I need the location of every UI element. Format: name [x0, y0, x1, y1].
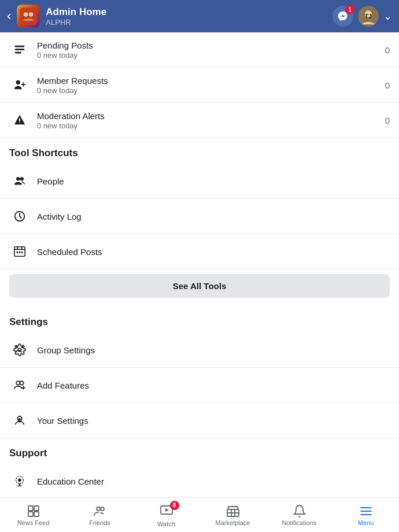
education-center-text: Education Center: [37, 476, 390, 486]
people-title: People: [37, 176, 390, 186]
group-settings-text: Group Settings: [37, 345, 390, 355]
tool-shortcuts-section: Tool Shortcuts People: [0, 138, 399, 307]
nav-friends-label: Friends: [89, 519, 110, 526]
svg-point-2: [29, 12, 34, 17]
education-center-icon: [9, 471, 30, 492]
your-settings-text: Your Settings: [37, 416, 390, 426]
activity-section: Pending Posts 0 new today 0 Member Reque…: [0, 32, 399, 138]
group-settings-title: Group Settings: [37, 345, 390, 355]
education-center-title: Education Center: [37, 476, 390, 486]
nav-notifications[interactable]: Notifications: [266, 501, 332, 530]
svg-point-34: [97, 507, 100, 511]
svg-text:TJ: TJ: [365, 13, 372, 20]
scheduled-posts-icon: [9, 241, 30, 262]
scheduled-posts-item[interactable]: Scheduled Posts: [0, 234, 399, 269]
svg-point-22: [20, 381, 23, 385]
activity-log-item[interactable]: Activity Log: [0, 199, 399, 234]
support-header: Support: [0, 438, 399, 464]
see-all-tools-button[interactable]: See All Tools: [9, 274, 390, 298]
your-settings-title: Your Settings: [37, 416, 390, 426]
watch-badge: 8: [170, 501, 179, 510]
svg-point-11: [16, 177, 20, 180]
moderation-alerts-count: 0: [385, 116, 390, 125]
header-title: Admin Home: [46, 6, 332, 18]
svg-rect-33: [34, 512, 39, 516]
moderation-alerts-title: Moderation Alerts: [37, 111, 385, 121]
your-settings-icon: [9, 410, 30, 431]
pending-posts-subtitle: 0 new today: [37, 51, 385, 60]
svg-point-19: [16, 346, 19, 349]
activity-log-title: Activity Log: [37, 212, 390, 221]
svg-point-21: [16, 381, 20, 385]
nav-watch[interactable]: 8 Watch: [133, 500, 200, 531]
member-requests-title: Member Requests: [37, 76, 385, 86]
svg-rect-0: [20, 8, 37, 25]
svg-rect-16: [19, 252, 21, 253]
back-button[interactable]: ‹: [7, 9, 11, 24]
member-requests-item[interactable]: Member Requests 0 new today 0: [0, 68, 399, 103]
moderation-alerts-icon: [9, 110, 30, 131]
group-settings-item[interactable]: Group Settings: [0, 332, 399, 368]
activity-log-text: Activity Log: [37, 212, 390, 221]
svg-rect-32: [28, 512, 33, 516]
nav-news-feed-label: News Feed: [17, 519, 50, 526]
nav-news-feed[interactable]: News Feed: [0, 501, 66, 530]
people-item[interactable]: People: [0, 164, 399, 199]
svg-point-20: [21, 346, 24, 349]
nav-friends[interactable]: Friends: [66, 501, 133, 530]
pending-posts-title: Pending Posts: [37, 40, 385, 50]
bottom-navigation: News Feed Friends 8 Watch Marketplace: [0, 497, 399, 532]
moderation-alerts-text: Moderation Alerts 0 new today: [37, 111, 385, 130]
svg-point-1: [24, 12, 28, 17]
group-avatar: [17, 5, 40, 28]
nav-menu-label: Menu: [358, 519, 374, 526]
messenger-button[interactable]: 1: [332, 6, 353, 27]
nav-watch-label: Watch: [157, 520, 175, 527]
pending-posts-item[interactable]: Pending Posts 0 new today 0: [0, 32, 399, 68]
header: ‹ Admin Home ALPHR 1 TJ ⌄: [0, 0, 399, 32]
svg-rect-17: [21, 252, 23, 253]
settings-header: Settings: [0, 307, 399, 332]
moderation-alerts-subtitle: 0 new today: [37, 121, 385, 130]
member-requests-icon: [9, 75, 30, 95]
education-center-item[interactable]: Education Center: [0, 464, 399, 499]
svg-rect-8: [15, 52, 21, 54]
scheduled-posts-text: Scheduled Posts: [37, 247, 390, 257]
svg-point-9: [16, 80, 20, 84]
support-section: Support Education Center: [0, 438, 399, 499]
people-icon: [9, 171, 30, 191]
moderation-alerts-item[interactable]: Moderation Alerts 0 new today 0: [0, 103, 399, 138]
header-icons: 1 TJ ⌄: [332, 6, 392, 27]
add-features-item[interactable]: Add Features: [0, 368, 399, 403]
member-requests-subtitle: 0 new today: [37, 86, 385, 95]
scheduled-posts-title: Scheduled Posts: [37, 247, 390, 257]
pending-posts-count: 0: [385, 45, 390, 55]
svg-rect-31: [34, 506, 39, 511]
profile-button[interactable]: TJ: [358, 6, 379, 27]
nav-marketplace[interactable]: Marketplace: [200, 501, 266, 530]
member-requests-count: 0: [385, 80, 390, 90]
nav-menu[interactable]: Menu: [332, 501, 399, 530]
svg-rect-30: [28, 506, 33, 511]
add-features-text: Add Features: [37, 380, 390, 390]
header-title-group: Admin Home ALPHR: [46, 6, 332, 27]
settings-section: Settings Group Settings: [0, 307, 399, 438]
svg-rect-7: [15, 49, 25, 50]
nav-notifications-label: Notifications: [282, 519, 317, 526]
nav-marketplace-label: Marketplace: [216, 519, 250, 526]
activity-log-icon: [9, 206, 30, 227]
svg-rect-15: [17, 252, 19, 253]
svg-rect-6: [15, 46, 25, 47]
svg-point-12: [20, 177, 23, 180]
your-settings-item[interactable]: Your Settings: [0, 403, 399, 438]
svg-point-26: [18, 478, 21, 482]
add-features-icon: [9, 375, 30, 396]
chevron-down-button[interactable]: ⌄: [383, 10, 392, 23]
member-requests-text: Member Requests 0 new today: [37, 76, 385, 95]
header-subtitle: ALPHR: [46, 18, 332, 27]
group-settings-icon: [9, 339, 30, 360]
pending-posts-icon: [9, 39, 30, 60]
tool-shortcuts-header: Tool Shortcuts: [0, 138, 399, 164]
svg-point-35: [101, 507, 104, 511]
svg-point-10: [19, 123, 20, 123]
